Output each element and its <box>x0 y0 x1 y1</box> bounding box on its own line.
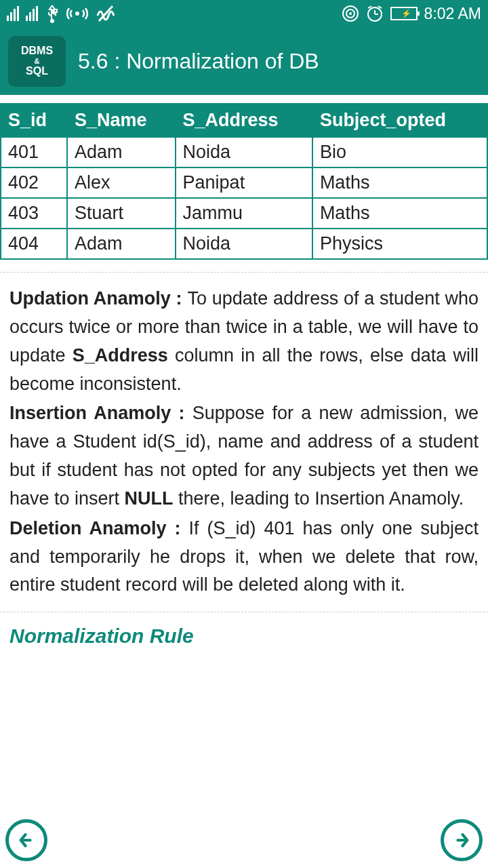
deletion-label: Deletion Anamoly : <box>9 518 188 538</box>
vibrate-muted-icon <box>95 5 115 22</box>
table-cell: Noida <box>176 137 312 167</box>
student-table: S_idS_NameS_AddressSubject_opted 401Adam… <box>0 103 488 260</box>
battery-icon: ⚡ <box>390 7 418 20</box>
app-header: DBMS & SQL 5.6 : Normalization of DB <box>0 27 488 95</box>
sync-icon <box>342 5 359 22</box>
table-header: S_Address <box>176 104 312 137</box>
updation-label: Updation Anamoly : <box>9 288 187 309</box>
table-header: S_Name <box>67 104 176 137</box>
svg-line-9 <box>368 6 371 8</box>
table-cell: Alex <box>67 167 176 198</box>
svg-point-5 <box>349 12 352 15</box>
app-icon-line2: & <box>35 57 40 65</box>
svg-point-0 <box>50 19 54 23</box>
arrow-right-icon <box>452 831 471 850</box>
arrow-left-icon <box>17 831 36 850</box>
status-bar: ⚡ 8:02 AM <box>0 0 488 27</box>
divider <box>0 272 488 273</box>
table-header: Subject_opted <box>312 104 487 137</box>
app-icon-line3: SQL <box>26 65 48 77</box>
signal-icon-1 <box>7 6 19 21</box>
app-icon[interactable]: DBMS & SQL <box>8 36 66 87</box>
table-cell: Noida <box>176 229 312 259</box>
body-text: Updation Anamoly : To update address of … <box>0 285 488 599</box>
svg-point-1 <box>75 12 79 16</box>
status-left <box>7 4 115 23</box>
table-cell: Physics <box>312 229 487 259</box>
table-cell: Bio <box>312 137 487 167</box>
content-area: S_idS_NameS_AddressSubject_opted 401Adam… <box>0 95 488 648</box>
table-cell: 402 <box>1 167 67 198</box>
status-time: 8:02 AM <box>424 5 481 23</box>
page-title: 5.6 : Normalization of DB <box>78 49 319 74</box>
insertion-label: Insertion Anamoly : <box>9 403 192 423</box>
table-cell: Adam <box>67 137 176 167</box>
section-title: Normalization Rule <box>0 625 488 648</box>
table-header: S_id <box>1 104 67 137</box>
table-cell: Adam <box>67 229 176 259</box>
status-right: ⚡ 8:02 AM <box>342 5 481 23</box>
para-deletion: Deletion Anamoly : If (S_id) 401 has onl… <box>9 515 479 600</box>
para-updation: Updation Anamoly : To update address of … <box>9 285 479 398</box>
table-row: 401AdamNoidaBio <box>1 137 487 167</box>
table-row: 404AdamNoidaPhysics <box>1 229 487 259</box>
table-row: 403StuartJammuMaths <box>1 198 487 229</box>
table-cell: 404 <box>1 229 67 259</box>
table-cell: Stuart <box>67 198 176 229</box>
para-insertion: Insertion Anamoly : Suppose for a new ad… <box>9 399 479 513</box>
table-cell: Panipat <box>176 167 312 198</box>
hotspot-icon <box>66 5 88 22</box>
table-cell: 403 <box>1 198 67 229</box>
table-cell: 401 <box>1 137 67 167</box>
signal-icon-2 <box>26 6 38 21</box>
prev-button[interactable] <box>5 819 47 861</box>
table-cell: Maths <box>312 198 487 229</box>
table-cell: Jammu <box>176 198 312 229</box>
svg-line-10 <box>378 6 382 8</box>
next-button[interactable] <box>441 819 483 861</box>
table-row: 402AlexPanipatMaths <box>1 167 487 198</box>
app-icon-line1: DBMS <box>21 45 53 57</box>
alarm-icon <box>366 5 384 22</box>
divider-2 <box>0 612 488 612</box>
usb-icon <box>45 4 60 23</box>
table-cell: Maths <box>312 167 487 198</box>
